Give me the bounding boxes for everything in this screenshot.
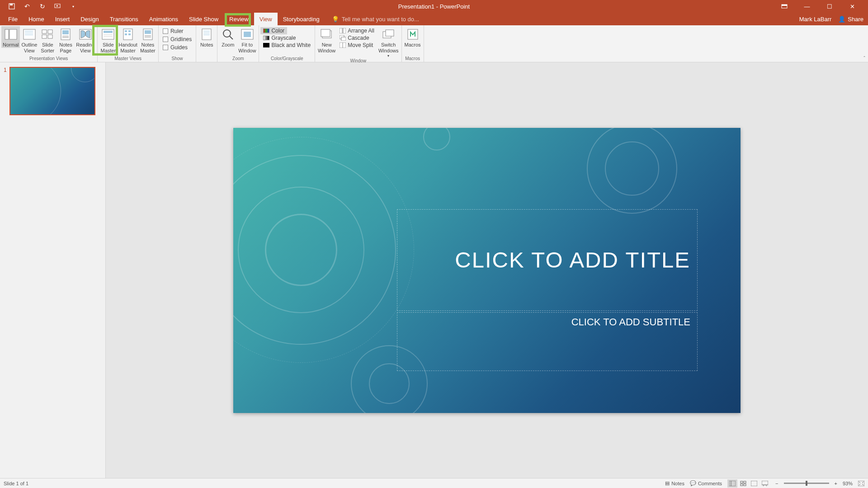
collapse-ribbon-icon[interactable]: ˆ — [863, 56, 865, 61]
reading-view-icon — [78, 28, 93, 41]
svg-rect-59 — [762, 481, 768, 485]
slide-counter[interactable]: Slide 1 of 1 — [4, 481, 665, 486]
tab-file[interactable]: File — [0, 13, 23, 25]
ribbon-tabs: File Home Insert Design Transitions Anim… — [0, 13, 868, 25]
tab-animations[interactable]: Animations — [144, 13, 184, 25]
window-controls: — ☐ ✕ — [778, 0, 868, 13]
tab-transitions[interactable]: Transitions — [104, 13, 144, 25]
group-notes: Notes — [196, 25, 217, 62]
move-split-button[interactable]: Move Split — [337, 42, 377, 49]
tab-insert[interactable]: Insert — [50, 13, 75, 25]
svg-point-37 — [223, 30, 231, 37]
tab-storyboarding[interactable]: Storyboarding — [278, 13, 325, 25]
switch-windows-button[interactable]: Switch Windows▾ — [377, 26, 400, 58]
share-button[interactable]: 👤 Share — [838, 16, 863, 23]
tell-me-input[interactable] — [342, 16, 432, 23]
svg-rect-57 — [744, 484, 746, 486]
ribbon: Normal Outline View Slide Sorter Notes P… — [0, 25, 868, 62]
handout-master-icon — [121, 28, 135, 41]
slide-thumbnail-1[interactable]: 1 — [4, 67, 101, 115]
tab-home[interactable]: Home — [23, 13, 50, 25]
reading-view-status-button[interactable] — [749, 479, 759, 488]
new-window-button[interactable]: New Window — [316, 26, 337, 54]
slide-thumbnail-panel: 1 — [0, 62, 106, 478]
notes-page-button[interactable]: Notes Page — [57, 26, 75, 54]
zoom-in-button[interactable]: + — [835, 481, 837, 486]
title-placeholder[interactable]: CLICK TO ADD TITLE — [397, 209, 698, 311]
svg-rect-25 — [125, 30, 127, 32]
slide-sorter-button[interactable]: Slide Sorter — [38, 26, 57, 54]
notes-master-icon — [141, 28, 155, 41]
normal-view-button[interactable]: Normal — [1, 26, 20, 48]
slide-canvas[interactable]: CLICK TO ADD TITLE CLICK TO ADD SUBTITLE — [233, 128, 741, 413]
slide-sorter-status-button[interactable] — [738, 479, 748, 488]
slide-sorter-icon — [40, 28, 55, 41]
fit-to-window-status-button[interactable] — [858, 481, 864, 486]
normal-view-icon — [4, 28, 18, 41]
tell-me-search[interactable]: 💡 — [332, 16, 432, 23]
slide-master-button[interactable]: Slide Master — [99, 26, 117, 54]
macros-button[interactable]: Macros — [403, 26, 422, 48]
undo-icon[interactable]: ↶ — [24, 3, 31, 10]
minimize-icon[interactable]: — — [800, 0, 814, 13]
svg-rect-40 — [244, 32, 251, 37]
group-macros: Macros Macros — [402, 25, 424, 62]
handout-master-button[interactable]: Handout Master — [117, 26, 139, 54]
notes-status-icon: ▤ — [665, 480, 670, 486]
arrange-all-button[interactable]: Arrange All — [337, 27, 377, 34]
svg-rect-44 — [343, 28, 346, 33]
start-from-beginning-icon[interactable] — [54, 3, 61, 10]
reading-view-button[interactable]: Reading View — [75, 26, 96, 54]
svg-rect-55 — [744, 481, 746, 483]
comments-toggle[interactable]: 💬Comments — [690, 480, 722, 486]
outline-view-icon — [22, 28, 37, 41]
zoom-button[interactable]: Zoom — [219, 26, 237, 48]
share-icon: 👤 — [838, 16, 845, 23]
cascade-button[interactable]: Cascade — [337, 34, 377, 42]
notes-master-button[interactable]: Notes Master — [139, 26, 157, 54]
color-button[interactable]: Color — [260, 27, 287, 34]
move-split-icon — [340, 42, 346, 48]
maximize-icon[interactable]: ☐ — [823, 0, 836, 13]
zoom-out-button[interactable]: − — [775, 481, 778, 486]
zoom-level[interactable]: 93% — [843, 481, 853, 486]
tab-design[interactable]: Design — [75, 13, 104, 25]
checkbox-icon — [163, 45, 168, 50]
tab-review[interactable]: Review — [224, 13, 254, 25]
svg-rect-27 — [125, 33, 127, 35]
guides-checkbox[interactable]: Guides — [160, 43, 190, 52]
group-color-grayscale: Color Grayscale Black and White Color/Gr… — [259, 25, 315, 62]
close-icon[interactable]: ✕ — [845, 0, 859, 13]
group-window: New Window Arrange All Cascade Move Spli… — [315, 25, 401, 62]
user-name[interactable]: Mark LaBarr — [799, 16, 832, 23]
notes-button[interactable]: Notes — [198, 26, 216, 48]
tab-slideshow[interactable]: Slide Show — [184, 13, 224, 25]
macros-icon — [406, 28, 420, 41]
tab-view[interactable]: View — [254, 13, 278, 25]
decorative-circle — [265, 214, 337, 286]
slideshow-status-button[interactable] — [760, 479, 770, 488]
ribbon-display-options-icon[interactable] — [778, 0, 791, 13]
group-label-presentation-views: Presentation Views — [1, 56, 96, 62]
gridlines-checkbox[interactable]: Gridlines — [160, 35, 194, 43]
group-label-master-views: Master Views — [99, 56, 157, 62]
svg-rect-46 — [341, 37, 346, 41]
switch-windows-icon — [381, 28, 396, 41]
black-white-button[interactable]: Black and White — [260, 42, 313, 49]
grayscale-button[interactable]: Grayscale — [260, 34, 298, 42]
save-icon[interactable] — [8, 3, 15, 10]
svg-rect-33 — [202, 29, 211, 40]
comments-status-icon: 💬 — [690, 480, 696, 486]
subtitle-placeholder[interactable]: CLICK TO ADD SUBTITLE — [397, 312, 698, 371]
ruler-checkbox[interactable]: Ruler — [160, 27, 186, 35]
normal-view-status-button[interactable] — [727, 479, 737, 488]
svg-rect-43 — [340, 28, 342, 33]
fit-to-window-button[interactable]: Fit to Window — [237, 26, 257, 54]
notes-toggle[interactable]: ▤Notes — [665, 480, 684, 486]
color-swatch-icon — [263, 28, 269, 33]
qat-customize-icon[interactable]: ▾ — [70, 3, 77, 10]
zoom-slider[interactable] — [784, 483, 829, 484]
zoom-slider-thumb[interactable] — [806, 481, 807, 486]
outline-view-button[interactable]: Outline View — [20, 26, 38, 54]
redo-icon[interactable]: ↻ — [39, 3, 46, 10]
